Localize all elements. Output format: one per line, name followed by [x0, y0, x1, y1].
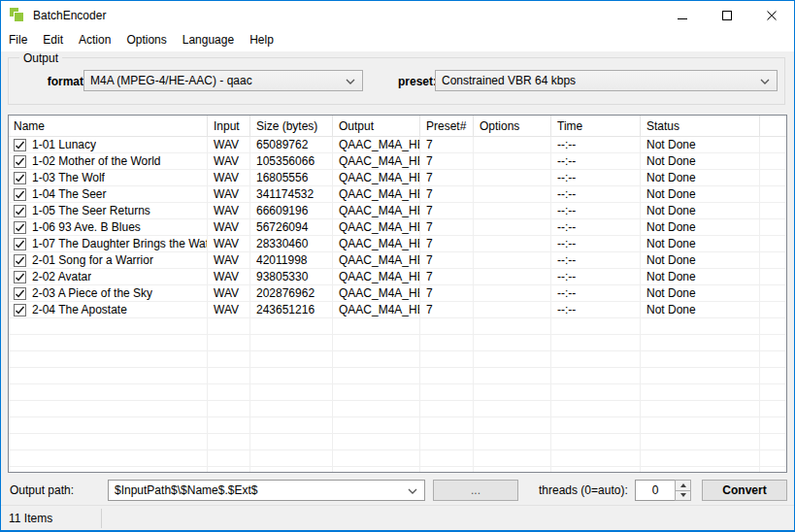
- options-cell: [474, 269, 551, 285]
- row-checkbox[interactable]: [14, 155, 26, 168]
- time-cell: [551, 434, 641, 450]
- preset-cell: 7: [420, 170, 474, 186]
- table-row[interactable]: 2-01 Song for a WarriorWAV42011998QAAC_M…: [9, 252, 786, 269]
- stepper-up-button[interactable]: [675, 480, 691, 491]
- convert-button[interactable]: Convert: [702, 480, 787, 501]
- table-row[interactable]: 1-03 The WolfWAV16805556QAAC_M4A_HE7--:-…: [9, 170, 786, 186]
- list-header: Name Input Size (bytes) Output Preset# O…: [9, 116, 786, 137]
- column-header-time[interactable]: Time: [551, 116, 641, 136]
- status-cell: Not Done: [641, 252, 760, 269]
- column-header-size[interactable]: Size (bytes): [250, 116, 333, 136]
- filler-cell: [760, 153, 786, 170]
- name-cell: 1-03 The Wolf: [9, 170, 208, 186]
- table-row[interactable]: 2-04 The ApostateWAV243651216QAAC_M4A_HE…: [9, 302, 786, 318]
- column-header-options[interactable]: Options: [474, 116, 551, 136]
- filler-cell: [760, 450, 786, 467]
- menu-edit[interactable]: Edit: [35, 29, 71, 51]
- preset-cell: 7: [420, 285, 474, 302]
- output-cell: [333, 351, 420, 368]
- row-checkbox[interactable]: [14, 271, 26, 283]
- row-checkbox[interactable]: [14, 238, 26, 250]
- size-cell: [250, 434, 333, 450]
- browse-button[interactable]: ...: [433, 480, 518, 501]
- size-cell: [250, 417, 333, 434]
- name-cell: [9, 335, 208, 351]
- options-cell: [474, 417, 551, 434]
- table-row[interactable]: 1-02 Mother of the WorldWAV105356066QAAC…: [9, 153, 786, 170]
- input-cell: [208, 351, 250, 368]
- name-cell: [9, 351, 208, 368]
- name-cell: 2-04 The Apostate: [9, 302, 208, 318]
- column-header-status[interactable]: Status: [641, 116, 760, 136]
- row-checkbox[interactable]: [14, 172, 26, 184]
- stepper-down-button[interactable]: [675, 491, 691, 502]
- minimize-button[interactable]: [660, 1, 705, 29]
- format-select[interactable]: M4A (MPEG-4/HE-AAC) - qaac: [83, 70, 363, 91]
- input-cell: WAV: [208, 285, 250, 302]
- app-icon: [10, 8, 25, 23]
- options-cell: [474, 302, 551, 318]
- status-cell: Not Done: [641, 219, 760, 236]
- preset-cell: 7: [420, 269, 474, 285]
- size-cell: [250, 318, 333, 335]
- time-cell: --:--: [551, 186, 641, 203]
- table-row[interactable]: 1-01 LunacyWAV65089762QAAC_M4A_HE7--:--N…: [9, 137, 786, 153]
- row-checkbox[interactable]: [14, 205, 26, 217]
- options-cell: [474, 170, 551, 186]
- table-row[interactable]: 1-06 93 Ave. B BluesWAV56726094QAAC_M4A_…: [9, 219, 786, 236]
- status-cell: [641, 401, 760, 417]
- table-row[interactable]: 1-05 The Seer ReturnsWAV66609196QAAC_M4A…: [9, 203, 786, 219]
- filler-cell: [760, 186, 786, 203]
- time-cell: [551, 318, 641, 335]
- status-cell: [641, 384, 760, 401]
- table-row[interactable]: 1-04 The SeerWAV341174532QAAC_M4A_HE7--:…: [9, 186, 786, 203]
- name-cell: 2-03 A Piece of the Sky: [9, 285, 208, 302]
- column-header-input[interactable]: Input: [208, 116, 250, 136]
- input-cell: [208, 401, 250, 417]
- table-row[interactable]: 2-03 A Piece of the SkyWAV202876962QAAC_…: [9, 285, 786, 302]
- menu-options[interactable]: Options: [118, 29, 174, 51]
- input-cell: WAV: [208, 219, 250, 236]
- menu-language[interactable]: Language: [175, 29, 242, 51]
- output-cell: [333, 450, 420, 467]
- track-name: 1-05 The Seer Returns: [32, 204, 150, 218]
- menu-file[interactable]: File: [1, 29, 35, 51]
- filler-cell: [760, 368, 786, 384]
- column-header-preset[interactable]: Preset#: [420, 116, 474, 136]
- output-path-select[interactable]: $InputPath$\$Name$.$Ext$: [108, 480, 425, 501]
- name-cell: [9, 401, 208, 417]
- table-row[interactable]: 1-07 The Daughter Brings the WaterWAV283…: [9, 236, 786, 252]
- preset-select[interactable]: Constrained VBR 64 kbps: [435, 70, 778, 91]
- size-cell: 341174532: [250, 186, 333, 203]
- row-checkbox[interactable]: [14, 221, 26, 234]
- column-header-name[interactable]: Name: [9, 116, 208, 136]
- preset-value: Constrained VBR 64 kbps: [442, 74, 576, 87]
- filler-cell: [760, 351, 786, 368]
- row-checkbox[interactable]: [14, 304, 26, 316]
- preset-cell: [420, 467, 474, 473]
- row-checkbox[interactable]: [14, 188, 26, 201]
- time-cell: --:--: [551, 236, 641, 252]
- table-row[interactable]: 2-02 AvatarWAV93805330QAAC_M4A_HE7--:--N…: [9, 269, 786, 285]
- close-button[interactable]: [749, 1, 794, 29]
- preset-label: preset:: [390, 75, 437, 88]
- options-cell: [474, 384, 551, 401]
- status-cell: [641, 434, 760, 450]
- status-cell: [641, 335, 760, 351]
- threads-input[interactable]: 0: [635, 480, 676, 501]
- time-cell: [551, 368, 641, 384]
- menu-help[interactable]: Help: [242, 29, 282, 51]
- arrow-up-icon: [680, 483, 686, 487]
- row-checkbox[interactable]: [14, 254, 26, 267]
- chevron-down-icon: [346, 79, 355, 84]
- row-checkbox[interactable]: [14, 139, 26, 151]
- column-header-output[interactable]: Output: [333, 116, 420, 136]
- size-cell: [250, 384, 333, 401]
- status-cell: [641, 351, 760, 368]
- row-checkbox[interactable]: [14, 287, 26, 300]
- time-cell: --:--: [551, 269, 641, 285]
- check-icon: [15, 255, 25, 266]
- name-cell: [9, 450, 208, 467]
- menu-action[interactable]: Action: [71, 29, 118, 51]
- maximize-button[interactable]: [705, 1, 749, 29]
